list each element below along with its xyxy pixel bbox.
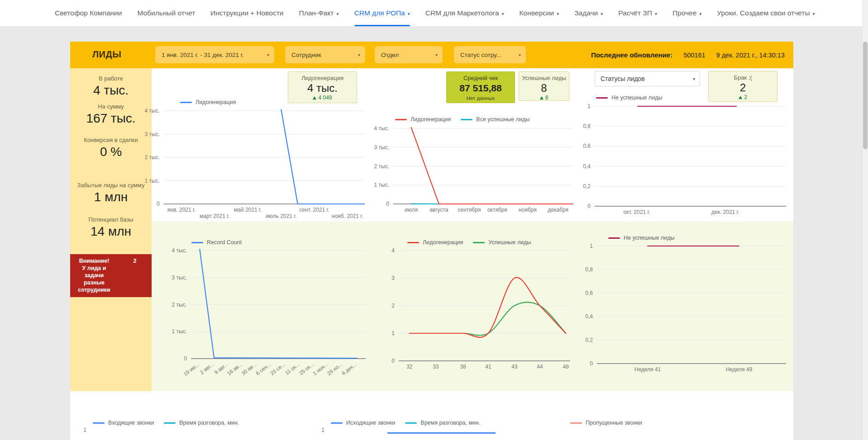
svg-text:1: 1 xyxy=(587,103,591,109)
scorecard-title: Успешные лиды xyxy=(519,75,569,81)
legend-label: Лидогенерация xyxy=(196,99,236,105)
date-range-filter[interactable]: 1 янв. 2021 г. - 31 дек. 2021 г. ▾ xyxy=(155,46,274,63)
up-arrow-icon xyxy=(540,96,544,99)
chevron-down-icon: ▾ xyxy=(267,52,269,57)
svg-text:48: 48 xyxy=(563,364,569,370)
svg-text:0: 0 xyxy=(587,203,591,209)
nav-item-6[interactable]: CRM для Маркетолога▾ xyxy=(425,0,504,26)
lead-status-dropdown-label: Статусы лидов xyxy=(601,75,645,82)
chart-legend: Лидогенерация xyxy=(180,99,236,105)
metric-label: В работе xyxy=(70,75,152,82)
svg-text:4 тыс.: 4 тыс. xyxy=(145,108,160,114)
svg-text:окт. 2021 г.: окт. 2021 г. xyxy=(623,209,650,215)
chevron-down-icon: ▾ xyxy=(336,11,339,16)
nav-item-10[interactable]: Прочее▾ xyxy=(672,0,701,26)
nav-item-9[interactable]: Расчёт ЗП▾ xyxy=(618,0,657,26)
nav-item-1[interactable]: Светофор Компании xyxy=(55,0,122,26)
legend-label: Входящие звонки xyxy=(108,420,154,426)
chart-legend: ЛидогенерацияУспешные лиды xyxy=(407,239,531,246)
legend-item: Входящие звонки xyxy=(93,420,154,426)
filter-department[interactable]: Отдел▾ xyxy=(375,46,443,63)
svg-text:0,4: 0,4 xyxy=(585,313,593,320)
svg-text:1 тыс.: 1 тыс. xyxy=(172,328,187,335)
legend-item: Время разговора, мин. xyxy=(164,420,239,426)
svg-text:1 тыс.: 1 тыс. xyxy=(374,182,389,188)
report-header: ЛИДЫ 1 янв. 2021 г. - 31 дек. 2021 г. ▾ … xyxy=(70,42,793,68)
chart-legend: ЛидогенерацияВсе успешные лиды xyxy=(395,116,529,123)
sidebar-metric: В работе4 тыс. xyxy=(70,75,152,98)
nav-item-2[interactable]: Мобильный отчет xyxy=(137,0,195,26)
warning-text: Внимание!У лида изадачиразныесотрудники xyxy=(70,254,118,297)
scorecard-delta: 4 049 xyxy=(318,95,332,101)
svg-text:июль 2021 г.: июль 2021 г. xyxy=(266,213,296,219)
legend-item: Лидогенерация xyxy=(180,99,236,105)
svg-text:3: 3 xyxy=(391,275,395,281)
scorecard-value: 87 515,88 xyxy=(447,82,515,94)
nav-item-3[interactable]: Инструкции + Новости xyxy=(210,0,283,26)
svg-text:0,8: 0,8 xyxy=(583,123,591,129)
legend-item: Лидогенерация xyxy=(407,239,463,246)
legend-swatch xyxy=(180,102,192,103)
chart-legend: Не успешные лиды xyxy=(608,235,674,241)
svg-text:0: 0 xyxy=(590,360,593,367)
legend-swatch xyxy=(407,242,419,243)
scorecard-value: 2 xyxy=(709,82,777,94)
svg-text:2 тыс.: 2 тыс. xyxy=(172,302,187,308)
filter-employee[interactable]: Сотрудник▾ xyxy=(285,46,365,63)
legend-swatch xyxy=(191,242,203,243)
up-arrow-icon xyxy=(739,96,742,99)
scorecard-delta: 8 xyxy=(545,95,548,101)
nav-item-label: Конверсии xyxy=(520,9,554,17)
svg-text:1: 1 xyxy=(391,330,395,336)
svg-text:0,4: 0,4 xyxy=(583,163,591,170)
sidebar-metric: Потенциал базы14 млн xyxy=(70,216,152,239)
chevron-down-icon: ▾ xyxy=(408,11,410,16)
page: Светофор КомпанииМобильный отчетИнструкц… xyxy=(0,0,868,440)
legend-label: Все успешные лиды xyxy=(476,116,529,123)
chevron-down-icon: ▾ xyxy=(557,11,559,16)
chevron-down-icon: ▾ xyxy=(655,11,657,16)
metric-label: Конверсия в сделки xyxy=(70,137,152,143)
scrollbar-thumb[interactable] xyxy=(863,42,868,149)
svg-text:0,8: 0,8 xyxy=(585,266,593,273)
metric-value: 1 млн xyxy=(70,190,152,204)
top-nav: Светофор КомпанииМобильный отчетИнструкц… xyxy=(0,0,868,27)
svg-text:3 тыс.: 3 тыс. xyxy=(172,274,187,281)
legend-item: Время разговора, мин. xyxy=(405,420,480,426)
svg-text:декабря: декабря xyxy=(548,207,568,213)
legend-item: Не успешные лиды xyxy=(596,95,662,101)
legend-label: Успешные лиды xyxy=(488,239,531,246)
svg-text:ноября: ноября xyxy=(519,207,537,213)
nav-item-label: Расчёт ЗП xyxy=(618,9,652,17)
scorecard-value: 4 тыс. xyxy=(288,82,357,94)
scrollbar-track[interactable] xyxy=(862,0,868,440)
warning-count: 2 xyxy=(118,254,152,297)
legend-label: Время разговора, мин. xyxy=(420,420,480,426)
nav-item-11[interactable]: Уроки. Создаем свои отчеты▾ xyxy=(717,0,815,26)
nav-item-7[interactable]: Конверсии▾ xyxy=(520,0,559,26)
svg-text:0,6: 0,6 xyxy=(583,143,591,149)
svg-text:0,2: 0,2 xyxy=(583,183,591,189)
nav-item-5[interactable]: CRM для РОПа▾ xyxy=(354,0,410,26)
svg-text:3 тыс.: 3 тыс. xyxy=(374,144,389,151)
legend-label: Не успешные лиды xyxy=(611,95,662,101)
lead-status-dropdown[interactable]: Статусы лидов ▾ xyxy=(595,71,700,86)
last-update: Последнее обновление: 500161 9 дек. 2021… xyxy=(591,42,785,68)
nav-item-4[interactable]: План-Факт▾ xyxy=(299,0,339,26)
legend-item: Пропущенные звонки xyxy=(570,420,642,426)
scorecard-note: Нет данных xyxy=(447,95,515,101)
last-update-label: Последнее обновление: xyxy=(591,51,672,59)
legend-item: Все успешные лиды xyxy=(461,116,529,123)
nav-item-label: Уроки. Создаем свои отчеты xyxy=(717,9,810,17)
nav-item-8[interactable]: Задачи▾ xyxy=(574,0,603,26)
y-axis-tick: 1 xyxy=(80,427,86,433)
svg-text:1: 1 xyxy=(590,243,593,249)
svg-text:4 тыс.: 4 тыс. xyxy=(172,247,187,254)
filter-status[interactable]: Статус сотру...▾ xyxy=(454,46,526,63)
filter-label: Отдел xyxy=(381,52,399,58)
chart-unsuccessful-leads: 10,80,60,40,20окт. 2021 г.дек. 2021 г. xyxy=(595,106,786,206)
warning-banner: Внимание!У лида изадачиразныесотрудники … xyxy=(70,254,152,297)
nav-item-label: Мобильный отчет xyxy=(137,9,195,17)
legend-label: Лидогенерация xyxy=(410,116,451,123)
page-title: ЛИДЫ xyxy=(92,49,121,60)
